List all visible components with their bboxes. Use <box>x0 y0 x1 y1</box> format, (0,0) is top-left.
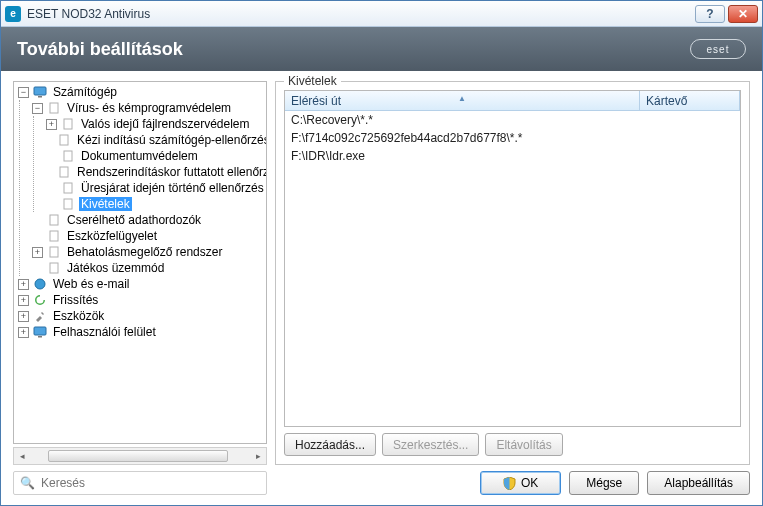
add-button[interactable]: Hozzáadás... <box>284 433 376 456</box>
svg-rect-2 <box>50 103 58 113</box>
page-title: További beállítások <box>17 39 690 60</box>
collapse-icon[interactable]: − <box>32 103 43 114</box>
tree-node-tools[interactable]: +Eszközök <box>14 308 266 324</box>
column-threat[interactable]: Kártevő <box>640 91 740 110</box>
titlebar: e ESET NOD32 Antivirus ? ✕ <box>1 1 762 27</box>
globe-icon <box>32 277 48 291</box>
svg-rect-9 <box>50 215 58 225</box>
app-icon: e <box>5 6 21 22</box>
tree-label: Valós idejű fájlrendszervédelem <box>79 117 252 131</box>
tree-node-gamer[interactable]: Játékos üzemmód <box>28 260 266 276</box>
left-column: − Számítógép − Víru <box>13 81 267 465</box>
expand-icon[interactable]: + <box>18 327 29 338</box>
close-button[interactable]: ✕ <box>728 5 758 23</box>
svg-rect-5 <box>64 151 72 161</box>
grid-body[interactable]: C:\Recovery\*.* F:\f714c092c725692feb44a… <box>285 111 740 426</box>
monitor-icon <box>32 325 48 339</box>
doc-icon <box>46 101 62 115</box>
tree-label: Kézi indítású számítógép-ellenőrzés <box>75 133 266 147</box>
svg-rect-6 <box>60 167 68 177</box>
doc-icon <box>46 213 62 227</box>
cancel-button[interactable]: Mégse <box>569 471 639 495</box>
tree-label: Játékos üzemmód <box>65 261 166 275</box>
expand-icon[interactable]: + <box>18 295 29 306</box>
svg-rect-1 <box>38 96 42 98</box>
tree-node-manual-scan[interactable]: Kézi indítású számítógép-ellenőrzés <box>42 132 266 148</box>
tree-label: Felhasználói felület <box>51 325 158 339</box>
remove-button[interactable]: Eltávolítás <box>485 433 562 456</box>
tree-node-realtime[interactable]: +Valós idejű fájlrendszervédelem <box>42 116 266 132</box>
expand-icon[interactable]: + <box>18 311 29 322</box>
doc-icon <box>46 261 62 275</box>
tree-hscrollbar[interactable]: ◂ ▸ <box>13 447 267 465</box>
svg-rect-10 <box>50 231 58 241</box>
tree-label: Behatolásmegelőző rendszer <box>65 245 224 259</box>
doc-icon <box>60 181 76 195</box>
tree-node-computer[interactable]: − Számítógép <box>14 84 266 100</box>
tree-node-update[interactable]: +Frissítés <box>14 292 266 308</box>
tree-node-exclusions[interactable]: Kivételek <box>42 196 266 212</box>
brand-logo: eset <box>690 39 746 59</box>
svg-rect-7 <box>64 183 72 193</box>
table-row[interactable]: F:\f714c092c725692feb44acd2b7d677f8\*.* <box>285 129 740 147</box>
scroll-thumb[interactable] <box>48 450 228 462</box>
svg-rect-11 <box>50 247 58 257</box>
tree-label: Számítógép <box>51 85 119 99</box>
tree-label: Kivételek <box>79 197 132 211</box>
monitor-icon <box>32 85 48 99</box>
tree-label: Eszközfelügyelet <box>65 229 159 243</box>
table-row[interactable]: F:\IDR\Idr.exe <box>285 147 740 165</box>
tree-node-ui[interactable]: +Felhasználói felület <box>14 324 266 340</box>
settings-tree[interactable]: − Számítógép − Víru <box>13 81 267 444</box>
expand-icon[interactable]: + <box>18 279 29 290</box>
right-column: Kivételek ▲ Elérési út Kártevő C:\Recove… <box>275 81 750 465</box>
button-label: Mégse <box>586 476 622 490</box>
header-band: További beállítások eset <box>1 27 762 71</box>
scroll-left-icon[interactable]: ◂ <box>14 448 30 464</box>
svg-rect-4 <box>60 135 68 145</box>
tree-node-doc-protection[interactable]: Dokumentumvédelem <box>42 148 266 164</box>
expand-icon[interactable]: + <box>32 247 43 258</box>
doc-icon <box>60 197 76 211</box>
tree-label: Vírus- és kémprogramvédelem <box>65 101 233 115</box>
refresh-icon <box>32 293 48 307</box>
tree-node-web-email[interactable]: +Web és e-mail <box>14 276 266 292</box>
grid-header: ▲ Elérési út Kártevő <box>285 91 740 111</box>
tree-label: Frissítés <box>51 293 100 307</box>
shield-icon <box>503 477 516 490</box>
tree-node-virus[interactable]: − Vírus- és kémprogramvédelem <box>28 100 266 116</box>
tree-node-hips[interactable]: +Behatolásmegelőző rendszer <box>28 244 266 260</box>
group-legend: Kivételek <box>284 74 341 88</box>
search-input[interactable] <box>41 476 260 490</box>
tree-node-device[interactable]: Eszközfelügyelet <box>28 228 266 244</box>
svg-rect-15 <box>38 336 42 338</box>
tree-node-removable[interactable]: Cserélhető adathordozók <box>28 212 266 228</box>
expand-icon[interactable]: + <box>46 119 57 130</box>
doc-icon <box>56 165 72 179</box>
svg-rect-8 <box>64 199 72 209</box>
scroll-right-icon[interactable]: ▸ <box>250 448 266 464</box>
table-row[interactable]: C:\Recovery\*.* <box>285 111 740 129</box>
tree-node-startup-scan[interactable]: Rendszerindításkor futtatott ellenőrzés <box>42 164 266 180</box>
svg-rect-3 <box>64 119 72 129</box>
svg-rect-12 <box>50 263 58 273</box>
column-label: Elérési út <box>291 94 341 108</box>
tree-label: Web és e-mail <box>51 277 131 291</box>
panel-buttons: Hozzáadás... Szerkesztés... Eltávolítás <box>284 433 741 456</box>
default-button[interactable]: Alapbeállítás <box>647 471 750 495</box>
column-path[interactable]: ▲ Elérési út <box>285 91 640 110</box>
svg-rect-14 <box>34 327 46 335</box>
ok-button[interactable]: OK <box>480 471 561 495</box>
window-title: ESET NOD32 Antivirus <box>27 7 692 21</box>
tree-label: Rendszerindításkor futtatott ellenőrzés <box>75 165 266 179</box>
search-box[interactable]: 🔍 <box>13 471 267 495</box>
tree-node-idle-scan[interactable]: Üresjárat idején történő ellenőrzés <box>42 180 266 196</box>
svg-point-13 <box>35 279 45 289</box>
edit-button[interactable]: Szerkesztés... <box>382 433 479 456</box>
doc-icon <box>60 117 76 131</box>
help-button[interactable]: ? <box>695 5 725 23</box>
exclusions-grid[interactable]: ▲ Elérési út Kártevő C:\Recovery\*.* F:\… <box>284 90 741 427</box>
collapse-icon[interactable]: − <box>18 87 29 98</box>
doc-icon <box>46 229 62 243</box>
doc-icon <box>60 149 76 163</box>
